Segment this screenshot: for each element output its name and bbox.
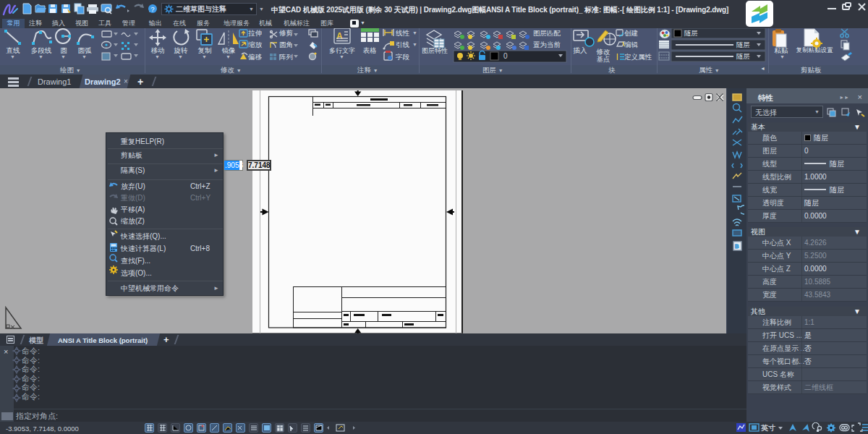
- svg-text:B: B: [735, 243, 739, 250]
- svg-text:?: ?: [150, 6, 154, 13]
- svg-text:0: 0: [503, 52, 508, 60]
- svg-text:A: A: [336, 31, 343, 41]
- svg-text:英寸: 英寸: [760, 424, 775, 432]
